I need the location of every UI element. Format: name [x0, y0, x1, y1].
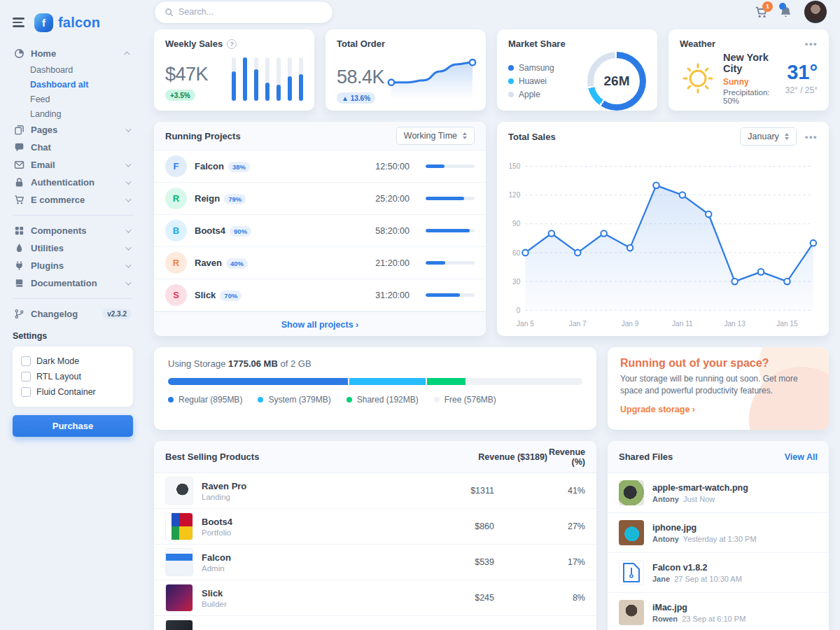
sidebar-item-plugins[interactable]: Plugins: [13, 257, 133, 274]
file-name[interactable]: apple-smart-watch.png: [652, 483, 748, 493]
sidebar-item-chat[interactable]: Chat: [13, 139, 133, 156]
weather-temperature: 31°: [785, 62, 818, 83]
checkbox-fluid-container[interactable]: Fluid Container: [21, 384, 125, 400]
project-pct-badge: 40%: [226, 258, 248, 269]
weekly-sales-value: $47K: [165, 64, 208, 85]
checkbox-icon[interactable]: [21, 372, 31, 382]
market-share-legend: SamsungHuaweiApple: [508, 63, 554, 99]
legend-item-samsung: Samsung: [508, 63, 554, 73]
chevron-up-icon: [124, 51, 130, 57]
sidebar-item-feed[interactable]: Feed: [30, 92, 133, 106]
project-time: 58:20:00: [375, 226, 410, 236]
plug-icon: [14, 260, 24, 271]
storage-legend-item: Shared (192MB): [346, 395, 419, 405]
project-row-boots4: BBoots490%58:20:00: [154, 215, 486, 247]
hamburger-menu-icon[interactable]: [13, 18, 24, 27]
market-share-total: 26M: [587, 52, 646, 111]
bar: [243, 57, 247, 101]
checkbox-icon[interactable]: [21, 387, 31, 397]
storage-legend-item: Free (576MB): [434, 395, 496, 405]
topbar: 1: [143, 0, 840, 24]
file-thumbnail: [619, 600, 644, 625]
project-avatar: B: [165, 220, 187, 241]
purchase-button[interactable]: Purchase: [13, 415, 133, 437]
file-row-falcon-v1-8-2: Falcon v1.8.2Jane 27 Sep at 10:30 AM: [608, 552, 829, 592]
legend-dot: [258, 397, 263, 402]
search-box[interactable]: [154, 1, 333, 24]
product-category: Builder: [202, 600, 437, 608]
search-input[interactable]: [178, 7, 323, 17]
bar: [276, 57, 281, 101]
nav-divider: [13, 215, 133, 216]
product-thumbnail: [165, 584, 193, 612]
help-icon[interactable]: ?: [227, 39, 237, 49]
storage-segment: [168, 378, 348, 385]
version-badge: v2.3.2: [102, 309, 132, 319]
product-thumbnail: [165, 620, 193, 630]
legend-dot: [508, 65, 514, 71]
sidebar-item-dashboard[interactable]: Dashboard: [30, 62, 133, 77]
sidebar-item-changelog[interactable]: Changelogv2.3.2: [13, 305, 133, 323]
sidebar-item-home[interactable]: Home: [13, 45, 133, 62]
project-name[interactable]: Slick70%: [195, 290, 241, 300]
file-name[interactable]: iMac.jpg: [652, 603, 746, 612]
sidebar-item-email[interactable]: Email: [13, 156, 133, 174]
notifications-button[interactable]: [779, 6, 792, 19]
weekly-sales-badge: +3.5%: [165, 90, 195, 101]
sidebar: falcon HomeDashboardDashboard altFeedLan…: [0, 0, 143, 630]
checkbox-dark-mode[interactable]: Dark Mode: [21, 354, 125, 369]
project-progress-bar: [426, 293, 475, 297]
sidebar-item-label: Plugins: [31, 260, 119, 271]
view-all-link[interactable]: View All: [785, 452, 818, 462]
working-time-select[interactable]: Working Time: [396, 127, 475, 145]
file-row-iphone-jpg: iphone.jpgAntony Yesterday at 1:30 PM: [608, 512, 829, 552]
running-projects-title: Running Projects: [165, 131, 241, 141]
file-thumbnail: [619, 520, 644, 545]
product-name[interactable]: Raven Pro: [202, 481, 437, 491]
sidebar-item-label: Changelog: [31, 309, 96, 319]
project-name[interactable]: Reign79%: [195, 193, 246, 204]
project-time: 21:20:00: [375, 258, 410, 268]
checkbox-rtl-layout[interactable]: RTL Layout: [21, 369, 125, 384]
user-avatar[interactable]: [804, 0, 827, 24]
sidebar-item-dashboard-alt[interactable]: Dashboard alt: [30, 77, 133, 92]
project-name[interactable]: Falcon38%: [195, 161, 250, 172]
product-name[interactable]: Boots4: [202, 517, 437, 527]
sidebar-item-e-commerce[interactable]: E commerce: [13, 191, 133, 209]
upgrade-storage-link[interactable]: Upgrade storage ›: [620, 405, 695, 414]
product-pct: 41%: [556, 486, 585, 496]
project-name[interactable]: Raven40%: [195, 258, 248, 268]
chevron-down-icon: [125, 279, 131, 285]
file-name[interactable]: iphone.jpg: [652, 523, 757, 533]
revenue-pct-column-header: Revenue (%): [547, 447, 585, 467]
project-avatar: F: [165, 155, 187, 177]
product-row-slick: SlickBuilder$2458%: [154, 580, 596, 616]
sidebar-item-utilities[interactable]: Utilities: [13, 239, 133, 257]
cart-button[interactable]: 1: [755, 6, 768, 19]
sidebar-item-documentation[interactable]: Documentation: [13, 274, 133, 292]
storage-label: Using Storage 1775.06 MB of 2 GB: [168, 358, 582, 369]
sidebar-item-authentication[interactable]: Authentication: [13, 174, 133, 191]
falcon-logo-icon: [34, 13, 53, 32]
legend-dot: [508, 78, 514, 84]
sidebar-item-pages[interactable]: Pages: [13, 121, 133, 139]
project-name[interactable]: Boots490%: [195, 225, 251, 236]
legend-dot: [434, 397, 440, 402]
sidebar-item-components[interactable]: Components: [13, 222, 133, 239]
checkbox-icon[interactable]: [21, 356, 31, 366]
bar: [232, 57, 236, 101]
sidebar-item-landing[interactable]: Landing: [30, 106, 133, 121]
file-name[interactable]: Falcon v1.8.2: [652, 563, 742, 573]
total-sales-menu-icon[interactable]: •••: [805, 132, 818, 141]
month-select[interactable]: January: [740, 127, 796, 146]
show-all-projects-link[interactable]: Show all projects ›: [281, 320, 358, 330]
product-name[interactable]: Slick: [202, 588, 437, 598]
svg-text:120: 120: [508, 191, 520, 199]
market-share-card: Market Share SamsungHuaweiApple 26M: [497, 29, 657, 111]
app-logo[interactable]: falcon: [34, 13, 100, 32]
weather-menu-icon[interactable]: •••: [805, 39, 818, 48]
total-order-title: Total Order: [337, 38, 385, 49]
storage-legend: Regular (895MB)System (379MB)Shared (192…: [168, 395, 582, 405]
product-name[interactable]: Falcon: [202, 552, 437, 563]
bar: [265, 57, 270, 101]
